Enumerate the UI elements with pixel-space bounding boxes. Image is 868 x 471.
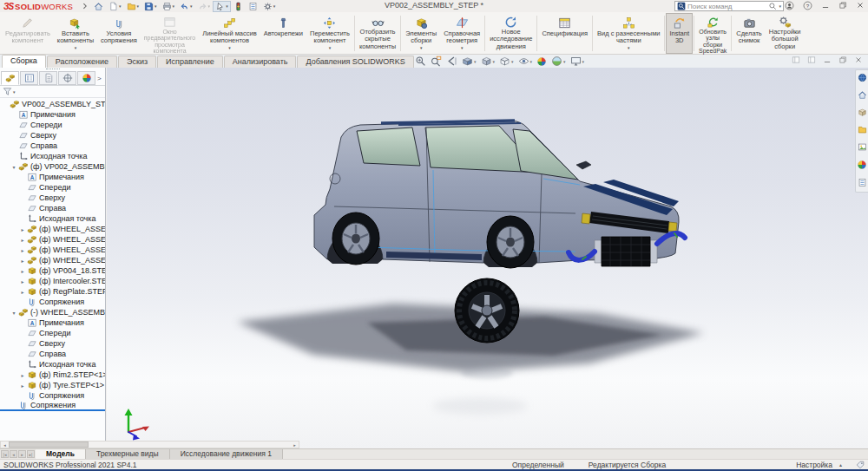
ribbon-tab-2[interactable]: Расположение: [47, 56, 117, 68]
doc-minimize-button[interactable]: [823, 56, 832, 66]
tree-item[interactable]: ▸(ф) Rim2.STEP<1> (По умол: [0, 370, 105, 380]
insert-components-dropdown-icon[interactable]: ▾: [75, 45, 77, 50]
tree-item[interactable]: ▸(ф) VP004_18.STEP<1> (По ум: [0, 265, 105, 276]
tree-item[interactable]: Справа: [0, 349, 105, 359]
tree-item[interactable]: Спереди: [0, 182, 105, 193]
open-button[interactable]: ▾: [124, 1, 142, 12]
hide-show-items-button[interactable]: ▾: [517, 56, 534, 67]
rebuild-button[interactable]: [231, 1, 246, 12]
tree-item[interactable]: ▸(ф) RegPlate.STEP<1> (По ум: [0, 286, 105, 297]
tree-item[interactable]: Справа: [0, 203, 105, 213]
undo-button[interactable]: ▾: [177, 1, 195, 12]
save-dropdown-icon[interactable]: ▾: [155, 3, 157, 9]
car-assembly-model[interactable]: [107, 68, 868, 448]
design-library-button[interactable]: [858, 108, 867, 119]
horizontal-scrollbar[interactable]: ◂ ▸: [0, 441, 299, 448]
tree-expand-icon[interactable]: ▾: [10, 310, 17, 316]
home-button[interactable]: [91, 1, 106, 12]
ribbon-tab-5[interactable]: Анализировать: [224, 56, 297, 68]
print-button[interactable]: ▾: [160, 1, 178, 12]
print-dropdown-icon[interactable]: ▾: [173, 3, 175, 9]
fm-tab-fmprop[interactable]: [39, 71, 57, 85]
tree-expand-icon[interactable]: ▾: [10, 164, 17, 170]
instant-3d-button[interactable]: Instant3D: [666, 13, 693, 54]
linear-component-pattern-button[interactable]: Линейный массивкомпонентов▾: [199, 13, 260, 54]
tree-item[interactable]: ▸(ф) Intercooler.STEP<1> (По: [0, 276, 105, 286]
menu-expand-button[interactable]: [78, 1, 91, 12]
ribbon-tab-4[interactable]: Исправление: [157, 56, 223, 68]
appearances-button[interactable]: [857, 160, 867, 172]
ribbon-tab-3[interactable]: Эскиз: [118, 56, 156, 68]
command-search[interactable]: ▾: [674, 1, 784, 11]
redo-dropdown-icon[interactable]: ▾: [208, 3, 211, 9]
exploded-view-dropdown-icon[interactable]: ▾: [628, 45, 630, 50]
tree-expand-icon[interactable]: ▸: [19, 226, 26, 232]
new-document-button[interactable]: ▾: [106, 1, 124, 12]
show-hidden-components-button[interactable]: Отобразитьскрытыекомпоненты: [356, 13, 399, 54]
tree-item[interactable]: Сверху: [0, 193, 105, 203]
tree-item[interactable]: AПримечания: [0, 109, 105, 120]
smart-fasteners-button[interactable]: Автокрепежи: [260, 13, 306, 54]
tree-item[interactable]: ▸(ф) WHEEL_ASSEMBLY_2.STEP: [0, 245, 105, 255]
tree-item[interactable]: ▸(ф) WHEEL_ASSEMBLY_2.STEP: [0, 255, 105, 265]
doc-close-button[interactable]: [854, 56, 863, 66]
options-button[interactable]: ▾: [260, 1, 279, 12]
reference-geometry-button[interactable]: Справочнаягеометрия▾: [440, 13, 483, 54]
car-wheel-front[interactable]: [487, 216, 534, 268]
scroll-right-icon[interactable]: ▸: [291, 442, 299, 448]
tree-item[interactable]: ▸(ф) WHEEL_ASSEMBLY_2.STEP: [0, 234, 105, 245]
save-button[interactable]: ▾: [141, 1, 160, 12]
new-document-dropdown-icon[interactable]: ▾: [119, 3, 122, 9]
update-speedpak-button[interactable]: ОбновитьузлысборкиSpeedPak: [695, 13, 730, 54]
fm-tabs-overflow-button[interactable]: >: [97, 75, 102, 82]
linear-component-pattern-dropdown-icon[interactable]: ▾: [228, 45, 231, 50]
tree-expand-icon[interactable]: ▸: [19, 383, 26, 389]
new-motion-study-button[interactable]: Новоеисследованиедвижения: [486, 13, 536, 54]
apply-scene-dropdown-icon[interactable]: ▾: [563, 59, 566, 64]
view-settings-button[interactable]: ▾: [569, 56, 586, 67]
close-button[interactable]: [856, 1, 865, 11]
tree-expand-icon[interactable]: ▸: [19, 247, 26, 253]
model-tab-nav-3[interactable]: ▸: [18, 450, 26, 458]
pane-right-button[interactable]: [807, 56, 816, 66]
tree-item[interactable]: Исходная точка: [0, 151, 105, 161]
help-button[interactable]: ?: [803, 1, 812, 12]
assembly-features-button[interactable]: Элементысборки▾: [402, 13, 440, 54]
restore-button[interactable]: [838, 1, 847, 11]
tree-expand-icon[interactable]: ▸: [19, 237, 26, 243]
tree-item[interactable]: Сопряжения: [0, 401, 105, 411]
ribbon-tab-6[interactable]: Добавления SOLIDWORKS: [297, 56, 413, 68]
tree-item[interactable]: Сверху: [0, 130, 105, 141]
resources-button[interactable]: [858, 90, 867, 101]
account-button[interactable]: [785, 1, 794, 12]
file-properties-button[interactable]: [246, 1, 260, 12]
ribbon-tab-1[interactable]: Сборка: [2, 55, 46, 68]
tree-item[interactable]: Исходная точка: [0, 359, 105, 370]
model-tab-nav-4[interactable]: ▸|: [27, 450, 35, 458]
tree-expand-icon[interactable]: ▸: [19, 289, 26, 295]
minimize-button[interactable]: [821, 1, 830, 11]
tree-item[interactable]: ▾(ф) VP002_ASSEMBLY_STEP.STEP<: [0, 161, 105, 172]
tree-item[interactable]: Сверху: [0, 338, 105, 349]
view-settings-dropdown-icon[interactable]: ▾: [582, 59, 585, 64]
model-tab-3[interactable]: Исследование движения 1: [170, 449, 283, 459]
model-tab-1[interactable]: Модель: [36, 449, 86, 459]
redo-button[interactable]: ▾: [195, 1, 214, 12]
detached-wheel[interactable]: [455, 278, 519, 343]
select-dropdown-icon[interactable]: ▾: [226, 3, 228, 9]
fm-tab-asm[interactable]: [1, 71, 19, 85]
file-explorer-button[interactable]: [858, 125, 867, 136]
tree-item[interactable]: AПримечания: [0, 317, 105, 328]
exploded-view-button[interactable]: Вид с разнесеннымичастями▾: [594, 13, 663, 54]
tree-expand-icon[interactable]: ▸: [19, 372, 26, 378]
view-orientation-button[interactable]: ▾: [480, 56, 496, 67]
tree-expand-icon[interactable]: ▸: [19, 278, 26, 285]
configuration-label[interactable]: Настройка: [796, 461, 832, 469]
view-orientation-dropdown-icon[interactable]: ▾: [493, 59, 496, 64]
large-assembly-settings-button[interactable]: Настройкибольшойсборки: [766, 13, 805, 54]
model-tab-nav-2[interactable]: ◂: [10, 450, 17, 458]
previous-view-button[interactable]: [445, 56, 458, 67]
car-wheel-rear[interactable]: [332, 213, 379, 265]
tree-expand-icon[interactable]: ▸: [19, 268, 26, 274]
move-component-button[interactable]: Переместитькомпонент▾: [306, 13, 353, 54]
